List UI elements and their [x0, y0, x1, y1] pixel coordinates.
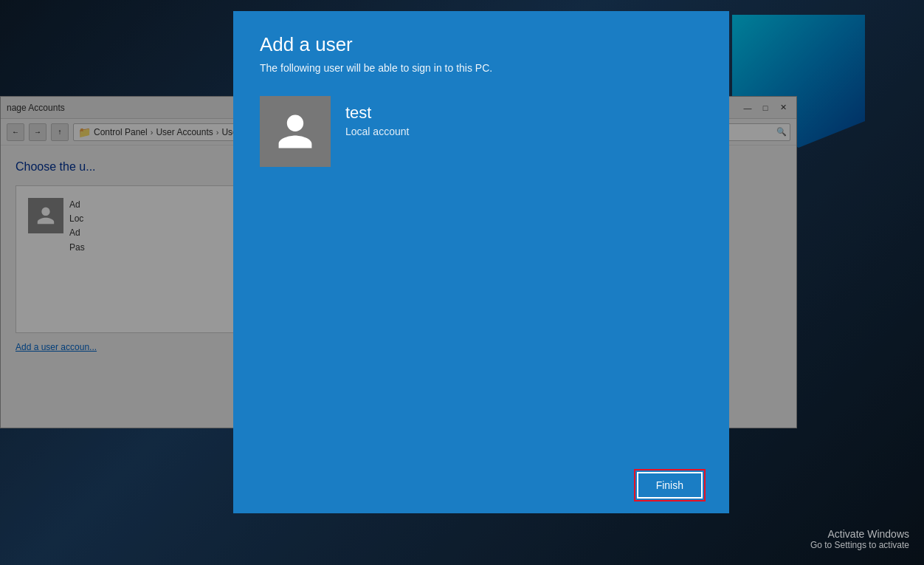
dialog-subtitle: The following user will be able to sign …: [260, 62, 703, 74]
dialog-account-type: Local account: [345, 126, 409, 137]
dialog-username: test: [345, 103, 409, 123]
dialog-footer: Finish: [233, 457, 729, 513]
finish-button[interactable]: Finish: [637, 472, 703, 499]
add-user-dialog: Add a user The following user will be ab…: [233, 11, 729, 513]
dialog-spacer: [233, 182, 729, 457]
activate-line1: Activate Windows: [810, 528, 909, 540]
dialog-header: Add a user The following user will be ab…: [233, 11, 729, 89]
activate-watermark: Activate Windows Go to Settings to activ…: [810, 528, 909, 550]
dialog-title: Add a user: [260, 33, 703, 56]
dialog-user-avatar: [260, 96, 331, 167]
dialog-user-info: test Local account: [345, 96, 409, 137]
dialog-user-section: test Local account: [233, 89, 729, 182]
activate-line2: Go to Settings to activate: [810, 540, 909, 550]
